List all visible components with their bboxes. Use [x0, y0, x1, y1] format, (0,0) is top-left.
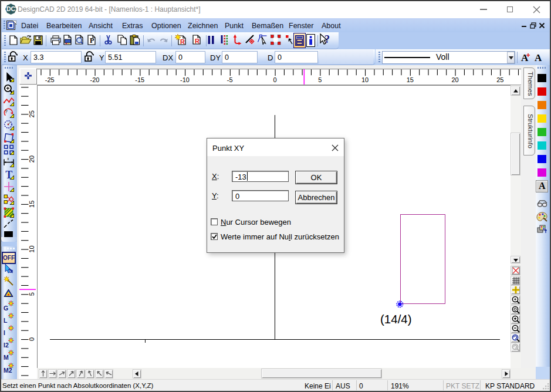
svg-text:L: L — [4, 317, 8, 323]
svg-text:M2: M2 — [4, 367, 12, 373]
svg-text:P: P — [90, 36, 94, 45]
svg-text:20: 20 — [451, 76, 458, 83]
svg-text:0: 0 — [28, 337, 35, 341]
svg-text:10: 10 — [28, 245, 35, 252]
svg-text:15: 15 — [28, 201, 35, 208]
svg-text:-15: -15 — [135, 76, 144, 83]
svg-text:?: ? — [324, 33, 330, 45]
svg-text:15: 15 — [407, 76, 414, 83]
svg-text:25: 25 — [28, 110, 35, 117]
svg-text:R: R — [195, 38, 200, 45]
svg-text:25: 25 — [496, 76, 503, 83]
svg-text:DC: DC — [6, 5, 16, 12]
svg-text:20: 20 — [28, 156, 35, 163]
svg-text:G: G — [4, 305, 8, 311]
svg-text:A: A — [535, 52, 542, 63]
svg-text:-5: -5 — [227, 76, 233, 83]
svg-text:I: I — [4, 329, 5, 336]
svg-text:-20: -20 — [90, 76, 100, 83]
svg-text:x: x — [7, 157, 9, 161]
svg-text:5: 5 — [318, 76, 322, 83]
svg-text:0: 0 — [273, 76, 276, 83]
svg-text:-25: -25 — [45, 76, 55, 83]
svg-text:A: A — [521, 52, 529, 63]
svg-text:?: ? — [5, 109, 8, 114]
svg-text:5: 5 — [28, 292, 35, 296]
svg-text:10: 10 — [361, 76, 369, 83]
svg-text:I2: I2 — [4, 342, 9, 348]
svg-text:-10: -10 — [180, 76, 190, 83]
svg-text:M: M — [4, 354, 9, 360]
svg-text:R: R — [180, 38, 185, 45]
